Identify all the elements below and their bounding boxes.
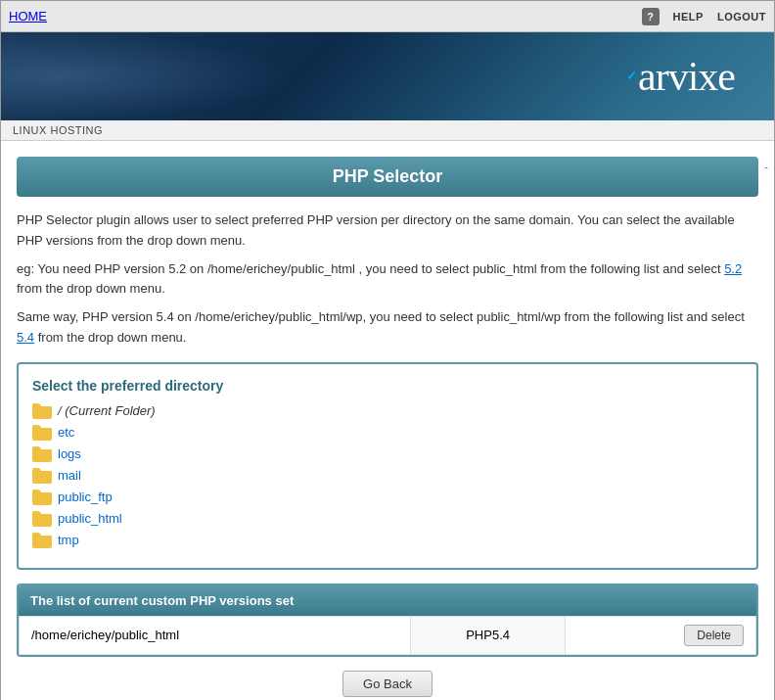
version-52-link[interactable]: 5.2 [724, 261, 742, 276]
logout-link[interactable]: LOGOUT [717, 11, 766, 23]
folder-name: mail [58, 468, 81, 483]
dir-selector-title: Select the preferred directory [32, 378, 743, 394]
folder-link[interactable]: public_html [58, 511, 122, 526]
php-versions-header: The list of current custom PHP versions … [19, 585, 756, 616]
table-row: /home/erichey/public_htmlPHP5.4Delete [20, 616, 756, 654]
folder-item[interactable]: logs [32, 446, 743, 462]
folder-link[interactable]: tmp [58, 533, 79, 547]
delete-button[interactable]: Delete [684, 625, 744, 646]
content-area: - PHP Selector PHP Selector plugin allow… [1, 157, 774, 700]
folder-name: public_html [58, 511, 122, 526]
folder-link[interactable]: etc [58, 425, 74, 440]
folder-icon [32, 468, 52, 484]
desc-para3: Same way, PHP version 5.4 on /home/erich… [17, 307, 758, 349]
folder-icon [32, 511, 52, 527]
desc-para1: PHP Selector plugin allows user to selec… [17, 210, 758, 252]
sub-nav: LINUX HOSTING [1, 120, 774, 141]
folder-name: tmp [58, 533, 79, 547]
folder-item[interactable]: public_ftp [32, 490, 743, 505]
banner: ✓ arvixe [1, 32, 774, 120]
folder-item[interactable]: / (Current Folder) [32, 403, 743, 419]
description-section: PHP Selector plugin allows user to selec… [17, 210, 758, 349]
go-back-container: Go Back [17, 671, 758, 697]
version-54-link[interactable]: 5.4 [17, 330, 34, 345]
php-versions-section: The list of current custom PHP versions … [17, 583, 758, 657]
desc-para2: eg: You need PHP version 5.2 on /home/er… [17, 259, 758, 301]
folder-icon [32, 490, 52, 505]
folder-icon [32, 533, 52, 548]
top-nav: HOME ? HELP LOGOUT [1, 1, 774, 32]
php-version-cell: PHP5.4 [410, 616, 566, 654]
folder-name: public_ftp [58, 490, 113, 504]
folder-item[interactable]: etc [32, 425, 743, 441]
go-back-button[interactable]: Go Back [342, 671, 433, 697]
folder-name: logs [58, 446, 81, 461]
php-path-cell: /home/erichey/public_html [20, 616, 411, 654]
folder-item[interactable]: public_html [32, 511, 743, 527]
folder-link[interactable]: logs [58, 446, 81, 461]
folder-item[interactable]: mail [32, 468, 743, 484]
banner-logo: ✓ arvixe [626, 53, 735, 100]
folder-link[interactable]: mail [58, 468, 81, 483]
directory-selector: Select the preferred directory / (Curren… [17, 362, 758, 570]
folder-name: / (Current Folder) [58, 403, 156, 418]
folder-icon [32, 446, 52, 462]
folder-icon [32, 425, 52, 441]
breadcrumb: LINUX HOSTING [13, 124, 103, 136]
page-title: PHP Selector [17, 157, 758, 197]
help-link[interactable]: HELP [673, 11, 704, 23]
minimize-button[interactable]: - [764, 161, 768, 172]
home-link[interactable]: HOME [9, 9, 47, 23]
folder-list: / (Current Folder)etclogsmailpublic_ftpp… [32, 403, 743, 548]
folder-icon [32, 403, 52, 419]
php-versions-table: /home/erichey/public_htmlPHP5.4Delete [19, 616, 756, 655]
folder-item[interactable]: tmp [32, 533, 743, 548]
php-delete-cell: Delete [566, 616, 756, 654]
help-icon: ? [642, 8, 660, 25]
folder-link[interactable]: public_ftp [58, 490, 113, 504]
folder-name: etc [58, 425, 74, 440]
